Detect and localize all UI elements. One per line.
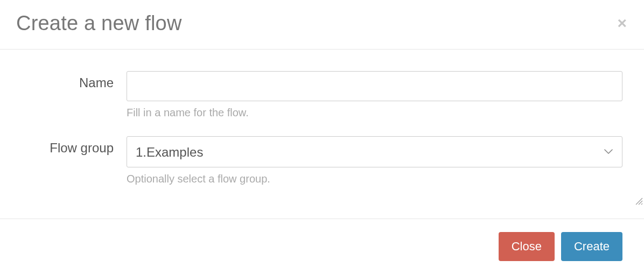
flow-group-select[interactable]: 1.Examples <box>127 136 622 167</box>
form-row-name: Name Fill in a name for the flow. <box>22 71 622 119</box>
name-help-text: Fill in a name for the flow. <box>127 107 622 119</box>
create-flow-modal: Create a new flow × Name Fill in a name … <box>0 0 644 274</box>
close-button[interactable]: Close <box>499 232 555 261</box>
form-row-flow-group: Flow group 1.Examples Optionally select … <box>22 136 622 185</box>
modal-footer: Close Create <box>0 219 644 274</box>
name-label: Name <box>22 71 127 90</box>
name-input[interactable] <box>127 71 622 101</box>
close-icon[interactable]: × <box>617 12 628 31</box>
flow-group-select-wrap: 1.Examples <box>127 136 622 167</box>
resize-handle-icon[interactable] <box>634 196 643 205</box>
svg-line-2 <box>641 203 642 205</box>
modal-body: Name Fill in a name for the flow. Flow g… <box>0 50 644 219</box>
flow-group-help-text: Optionally select a flow group. <box>127 173 622 185</box>
create-button[interactable]: Create <box>561 232 622 261</box>
flow-group-control-wrap: 1.Examples Optionally select a flow grou… <box>127 136 622 185</box>
modal-title: Create a new flow <box>16 12 182 35</box>
name-control-wrap: Fill in a name for the flow. <box>127 71 622 119</box>
modal-header: Create a new flow × <box>0 0 644 50</box>
flow-group-label: Flow group <box>22 136 127 156</box>
